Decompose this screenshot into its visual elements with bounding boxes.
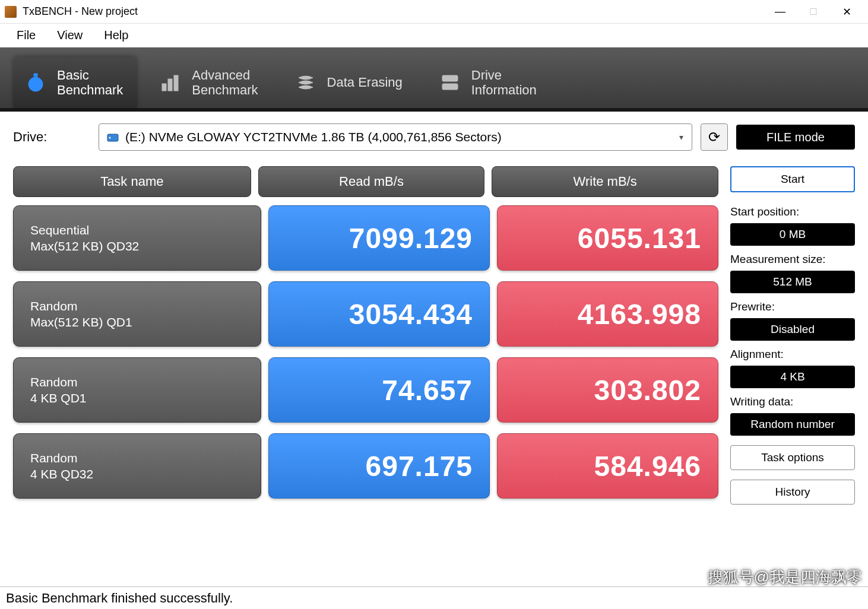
- write-value: 303.802: [497, 357, 718, 423]
- svg-point-9: [444, 85, 446, 88]
- menu-help[interactable]: Help: [93, 25, 139, 46]
- header-write: Write mB/s: [492, 166, 718, 197]
- ribbon: BasicBenchmark AdvancedBenchmark Data Er…: [0, 47, 868, 112]
- window-controls: — □ ✕: [764, 0, 863, 24]
- menubar: File View Help: [0, 24, 868, 47]
- drive-label: Drive:: [13, 129, 90, 145]
- start-button[interactable]: Start: [730, 166, 855, 192]
- start-position-value[interactable]: 0 MB: [730, 223, 855, 246]
- status-text: Basic Benchmark finished successfully.: [6, 591, 233, 606]
- menu-file[interactable]: File: [6, 25, 46, 46]
- svg-point-8: [444, 77, 446, 80]
- file-mode-button[interactable]: FILE mode: [736, 125, 855, 150]
- tab-advanced-benchmark[interactable]: AdvancedBenchmark: [148, 57, 272, 108]
- table-row: Random4 KB QD1 74.657 303.802: [13, 357, 718, 423]
- app-icon: [5, 6, 17, 18]
- table-row: Random4 KB QD32 697.175 584.946: [13, 433, 718, 499]
- menu-view[interactable]: View: [46, 25, 93, 46]
- header-row: Task name Read mB/s Write mB/s: [13, 166, 718, 197]
- titlebar: TxBENCH - New project — □ ✕: [0, 0, 868, 24]
- task-cell: Random4 KB QD1: [13, 357, 261, 423]
- tab-basic-benchmark[interactable]: BasicBenchmark: [13, 57, 137, 108]
- writing-data-value[interactable]: Random number: [730, 413, 855, 436]
- prewrite-value[interactable]: Disabled: [730, 318, 855, 341]
- task-options-button[interactable]: Task options: [730, 445, 855, 470]
- write-value: 4163.998: [497, 281, 718, 347]
- sidebar: Start Start position: 0 MB Measurement s…: [730, 166, 855, 509]
- history-button[interactable]: History: [730, 480, 855, 505]
- write-value: 584.946: [497, 433, 718, 499]
- chevron-down-icon: ▾: [679, 132, 683, 142]
- header-read: Read mB/s: [258, 166, 485, 197]
- table-row: RandomMax(512 KB) QD1 3054.434 4163.998: [13, 281, 718, 347]
- drive-select[interactable]: (E:) NVMe GLOWAY YCT2TNVMe 1.86 TB (4,00…: [99, 123, 692, 151]
- drive-icon: [438, 71, 462, 94]
- table-row: SequentialMax(512 KB) QD32 7099.129 6055…: [13, 205, 718, 271]
- svg-point-11: [109, 137, 111, 139]
- read-value: 7099.129: [268, 205, 490, 271]
- read-value: 697.175: [268, 433, 490, 499]
- read-value: 74.657: [268, 357, 490, 423]
- tab-label: DriveInformation: [471, 68, 537, 98]
- task-cell: Random4 KB QD32: [13, 433, 261, 499]
- disk-icon: [106, 131, 119, 144]
- header-task: Task name: [13, 166, 251, 197]
- tab-label: BasicBenchmark: [57, 68, 123, 98]
- drive-row: Drive: (E:) NVMe GLOWAY YCT2TNVMe 1.86 T…: [0, 112, 868, 156]
- measurement-size-value[interactable]: 512 MB: [730, 271, 855, 293]
- main-area: Task name Read mB/s Write mB/s Sequentia…: [0, 156, 868, 509]
- svg-rect-5: [174, 75, 178, 91]
- writing-data-label: Writing data:: [730, 395, 855, 408]
- close-button[interactable]: ✕: [830, 0, 863, 24]
- stopwatch-icon: [24, 71, 47, 94]
- window-title: TxBENCH - New project: [23, 5, 764, 18]
- svg-rect-4: [168, 79, 172, 91]
- svg-rect-3: [162, 84, 166, 91]
- tab-label: AdvancedBenchmark: [192, 68, 258, 98]
- alignment-label: Alignment:: [730, 348, 855, 361]
- erase-icon: [294, 71, 318, 94]
- svg-rect-1: [34, 74, 37, 77]
- task-cell: RandomMax(512 KB) QD1: [13, 281, 261, 347]
- tab-drive-information[interactable]: DriveInformation: [427, 57, 551, 108]
- results-table: Task name Read mB/s Write mB/s Sequentia…: [13, 166, 718, 509]
- write-value: 6055.131: [497, 205, 718, 271]
- tab-label: Data Erasing: [327, 75, 403, 90]
- measurement-size-label: Measurement size:: [730, 253, 855, 266]
- refresh-button[interactable]: ⟳: [701, 123, 728, 151]
- drive-value: (E:) NVMe GLOWAY YCT2TNVMe 1.86 TB (4,00…: [125, 130, 502, 144]
- watermark: 搜狐号@我是四海飘零: [708, 567, 862, 588]
- maximize-button[interactable]: □: [797, 0, 830, 24]
- alignment-value[interactable]: 4 KB: [730, 366, 855, 388]
- tab-data-erasing[interactable]: Data Erasing: [283, 57, 417, 108]
- task-cell: SequentialMax(512 KB) QD32: [13, 205, 261, 271]
- refresh-icon: ⟳: [708, 129, 720, 145]
- start-position-label: Start position:: [730, 205, 855, 218]
- bars-icon: [159, 71, 182, 94]
- read-value: 3054.434: [268, 281, 490, 347]
- statusbar: Basic Benchmark finished successfully.: [0, 586, 868, 609]
- prewrite-label: Prewrite:: [730, 300, 855, 313]
- minimize-button[interactable]: —: [764, 0, 797, 24]
